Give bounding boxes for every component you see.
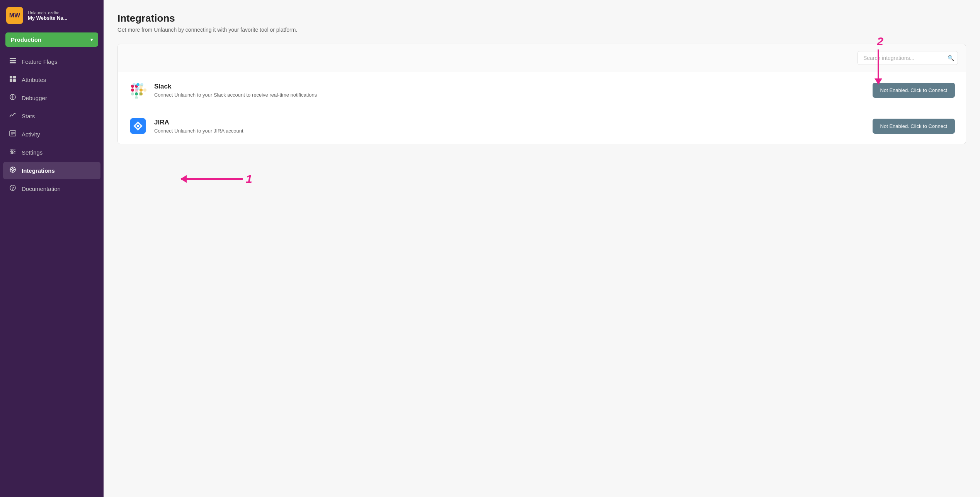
sidebar-item-stats[interactable]: Stats	[3, 107, 100, 125]
environment-selector[interactable]: Production ▾	[5, 32, 98, 47]
sidebar-item-attributes[interactable]: Attributes	[3, 71, 100, 89]
chevron-down-icon: ▾	[90, 37, 93, 43]
jira-connect-button[interactable]: Not Enabled. Click to Connect	[873, 119, 955, 134]
activity-icon	[9, 130, 17, 139]
brand-subtitle: Unlaunch_czdbc	[28, 10, 67, 15]
svg-rect-4	[13, 76, 16, 78]
sidebar: MW Unlaunch_czdbc My Website Na... Produ…	[0, 0, 104, 497]
svg-rect-42	[140, 83, 143, 86]
sidebar-item-label: Integrations	[22, 167, 55, 174]
integration-row-slack: Slack Connect Unlaunch to your Slack acc…	[118, 72, 966, 108]
stats-icon	[9, 112, 17, 121]
svg-rect-28	[131, 89, 134, 92]
slack-logo	[129, 81, 147, 99]
svg-point-19	[11, 152, 13, 154]
debugger-icon	[9, 94, 17, 102]
annotation-1: 1	[181, 173, 252, 185]
brand-name: My Website Na...	[28, 15, 67, 21]
sidebar-item-activity[interactable]: Activity	[3, 126, 100, 143]
svg-point-17	[11, 149, 12, 151]
feature-flags-icon	[9, 57, 17, 66]
sidebar-item-documentation[interactable]: ? Documentation	[3, 180, 100, 197]
search-box: 🔍	[858, 51, 958, 65]
svg-rect-10	[10, 131, 16, 136]
sidebar-item-label: Attributes	[22, 77, 46, 83]
jira-logo	[129, 117, 147, 135]
svg-rect-33	[143, 89, 146, 92]
attributes-icon	[9, 75, 17, 84]
jira-description: Connect Unlaunch to your JIRA account	[154, 128, 873, 134]
svg-rect-43	[136, 87, 140, 90]
sidebar-item-label: Activity	[22, 131, 40, 138]
jira-name: JIRA	[154, 119, 873, 126]
sidebar-item-settings[interactable]: Settings	[3, 144, 100, 161]
svg-rect-5	[10, 79, 12, 82]
settings-icon	[9, 148, 17, 157]
svg-point-21	[12, 169, 14, 171]
svg-rect-2	[10, 62, 16, 63]
sidebar-item-label: Stats	[22, 113, 35, 119]
integrations-container: 🔍	[117, 44, 966, 144]
sidebar-item-integrations[interactable]: Integrations	[3, 162, 100, 179]
avatar: MW	[6, 7, 23, 24]
page-subtitle: Get more from Unlaunch by connecting it …	[117, 27, 966, 33]
svg-rect-40	[136, 83, 140, 86]
svg-point-18	[13, 151, 14, 152]
sidebar-nav: Feature Flags Attributes	[0, 53, 104, 197]
documentation-icon: ?	[9, 184, 17, 193]
search-bar: 🔍	[118, 44, 966, 72]
slack-description: Connect Unlaunch to your Slack account t…	[154, 92, 873, 98]
svg-rect-6	[13, 79, 16, 82]
annotation-num-1: 1	[246, 173, 252, 185]
svg-rect-0	[10, 58, 16, 59]
integrations-icon	[9, 166, 17, 175]
sidebar-brand: Unlaunch_czdbc My Website Na...	[28, 10, 67, 21]
jira-info: JIRA Connect Unlaunch to your JIRA accou…	[154, 119, 873, 134]
svg-rect-41	[133, 83, 136, 86]
sidebar-header: MW Unlaunch_czdbc My Website Na...	[0, 0, 104, 31]
svg-rect-32	[140, 89, 143, 92]
sidebar-item-label: Feature Flags	[22, 58, 58, 65]
sidebar-item-label: Debugger	[22, 95, 47, 101]
main-content: Integrations Get more from Unlaunch by c…	[104, 0, 980, 497]
svg-rect-3	[10, 76, 12, 78]
svg-rect-37	[131, 92, 134, 95]
svg-rect-39	[139, 92, 142, 95]
sidebar-item-label: Documentation	[22, 186, 61, 192]
svg-rect-1	[10, 60, 16, 61]
svg-rect-36	[135, 92, 138, 95]
svg-rect-38	[135, 96, 138, 99]
slack-info: Slack Connect Unlaunch to your Slack acc…	[154, 83, 873, 98]
slack-name: Slack	[154, 83, 873, 90]
environment-label: Production	[11, 36, 41, 43]
sidebar-item-feature-flags[interactable]: Feature Flags	[3, 53, 100, 70]
slack-connect-button[interactable]: Not Enabled. Click to Connect	[873, 83, 955, 98]
search-icon[interactable]: 🔍	[948, 55, 954, 61]
svg-text:?: ?	[12, 186, 14, 191]
integration-row-jira: JIRA Connect Unlaunch to your JIRA accou…	[118, 108, 966, 144]
page-title: Integrations	[117, 12, 966, 24]
sidebar-item-label: Settings	[22, 149, 43, 156]
sidebar-item-debugger[interactable]: Debugger	[3, 89, 100, 107]
search-input[interactable]	[858, 51, 958, 65]
